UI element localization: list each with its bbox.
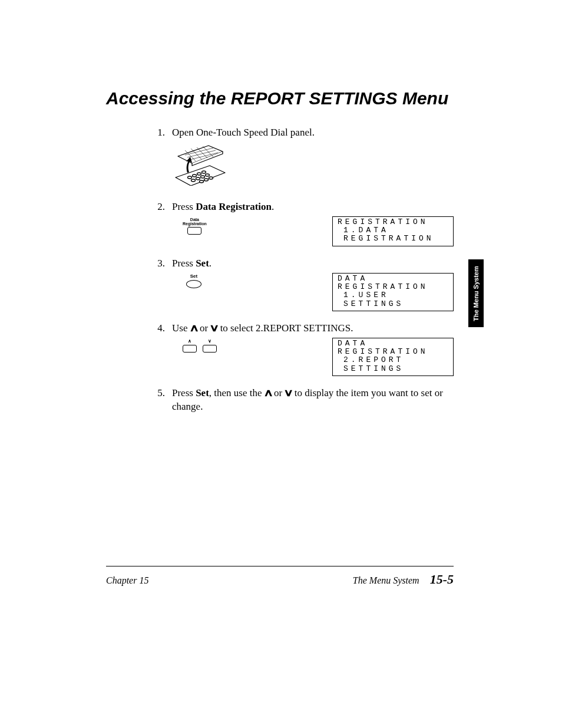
step-1-number: 1.	[152, 126, 165, 140]
footer-section: The Menu System	[353, 575, 419, 586]
footer-chapter: Chapter 15	[106, 575, 148, 586]
down-key-icon: ∨	[203, 339, 217, 353]
step-3-number: 3.	[152, 257, 165, 271]
page-footer: Chapter 15 The Menu System 15-5	[106, 572, 454, 587]
side-tab-label: The Menu System	[472, 266, 480, 321]
step-5-number: 5.	[152, 387, 165, 400]
step-5: 5. Press Set, then use the ∧ or ∨ to dis…	[106, 387, 454, 414]
steps-list: 1. Open One-Touch Speed Dial panel.	[106, 126, 454, 414]
lcd-display-step3: DATA REGISTRATION 1.USER SETTINGS	[332, 273, 454, 311]
step-4-seg1: Use	[172, 322, 190, 334]
caret-up-inline: ∧	[189, 322, 199, 335]
set-key-icon: Set	[172, 274, 201, 288]
step-3-text: Press Set.	[172, 257, 454, 271]
step-5-text: Press Set, then use the ∧ or ∨ to displa…	[172, 387, 454, 414]
lcd-line1: REGISTRATION	[338, 218, 448, 226]
lcd-display-step2: REGISTRATION 1.DATA REGISTRATION	[332, 216, 454, 246]
step-3-suffix: .	[209, 258, 211, 269]
data-registration-key-icon: Data Registration	[172, 218, 207, 235]
rect-key-icon	[203, 345, 217, 353]
step-5-seg1: Press	[172, 387, 196, 398]
step-2-number: 2.	[152, 200, 165, 214]
rect-key-icon	[187, 227, 201, 235]
svg-point-6	[201, 176, 205, 178]
step-3-bold: Set	[196, 258, 209, 269]
footer-page-number: 15-5	[430, 572, 454, 587]
svg-point-5	[196, 177, 200, 180]
lcd-line2: 1.DATA REGISTRATION	[338, 226, 448, 243]
svg-point-10	[209, 177, 213, 179]
svg-point-9	[204, 179, 209, 181]
up-key-label: ∧	[188, 339, 191, 344]
svg-point-8	[200, 180, 204, 183]
down-key-label: ∨	[208, 339, 211, 344]
caret-up-inline: ∧	[263, 387, 273, 400]
footer-rule	[106, 566, 454, 566]
step-4: 4. Use ∧ or ∨ to select 2.REPORT SETTING…	[106, 322, 454, 376]
step-2-suffix: .	[272, 201, 274, 212]
svg-point-7	[206, 174, 210, 176]
lcd-display-step4: DATA REGISTRATION 2.REPORT SETTINGS	[332, 338, 454, 376]
svg-point-2	[197, 173, 201, 175]
step-5-seg2: , then use the	[209, 387, 265, 398]
step-1: 1. Open One-Touch Speed Dial panel.	[106, 126, 454, 190]
step-4-number: 4.	[152, 322, 165, 335]
step-2-bold: Data Registration	[196, 201, 272, 212]
up-key-icon: ∧	[183, 339, 197, 353]
step-4-text: Use ∧ or ∨ to select 2.REPORT SETTINGS.	[172, 322, 454, 335]
step-5-bold: Set	[196, 387, 209, 398]
lcd-line1: DATA REGISTRATION	[338, 275, 448, 292]
step-2: 2. Press Data Registration. Data Registr…	[106, 200, 454, 246]
data-registration-key-label: Data Registration	[183, 218, 207, 226]
step-2-text: Press Data Registration.	[172, 200, 454, 214]
svg-point-4	[191, 179, 196, 182]
svg-point-1	[193, 174, 197, 177]
lcd-line2: 1.USER SETTINGS	[338, 291, 448, 308]
rect-key-icon	[183, 345, 197, 353]
step-2-prefix: Press	[172, 201, 196, 212]
panel-illustration	[172, 140, 454, 190]
step-3-prefix: Press	[172, 258, 196, 269]
oval-key-icon	[186, 280, 201, 288]
side-tab: The Menu System	[468, 259, 484, 327]
step-1-text: Open One-Touch Speed Dial panel.	[172, 126, 454, 140]
lcd-line2: 2.REPORT SETTINGS	[338, 356, 448, 373]
page-title: Accessing the REPORT SETTINGS Menu	[106, 88, 454, 108]
svg-point-3	[202, 171, 206, 173]
lcd-line1: DATA REGISTRATION	[338, 340, 448, 357]
caret-down-inline: ∨	[209, 322, 219, 335]
arrow-keys-icon: ∧ ∨	[172, 338, 217, 353]
step-3: 3. Press Set. Set DATA REGISTRATION 1.US…	[106, 257, 454, 311]
step-4-seg3: to select 2.REPORT SETTINGS.	[217, 322, 353, 334]
caret-down-inline: ∨	[283, 387, 293, 400]
set-key-label: Set	[190, 274, 197, 279]
svg-point-0	[188, 176, 192, 179]
